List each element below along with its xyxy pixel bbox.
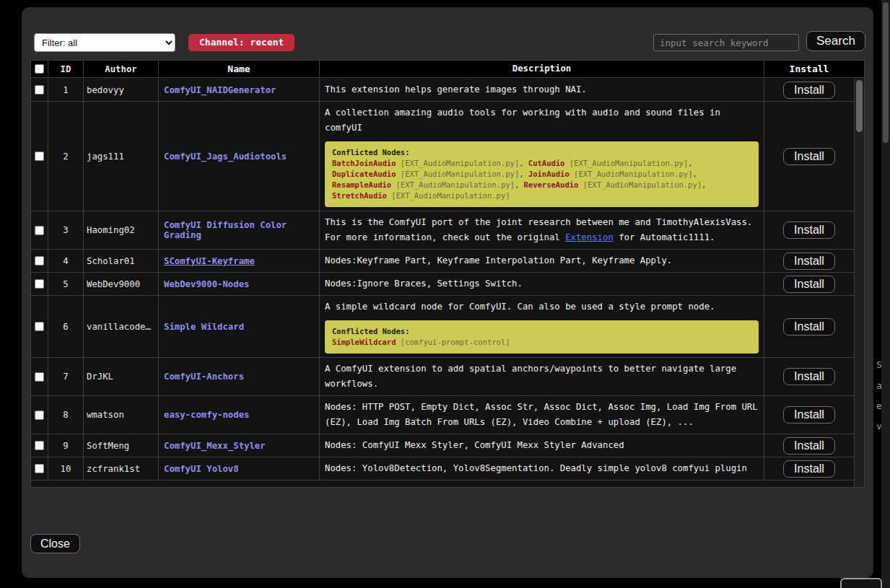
install-button[interactable]: Install bbox=[783, 406, 835, 424]
row-id: 8 bbox=[48, 396, 84, 434]
row-author: bedovyy bbox=[84, 79, 159, 101]
table-body: 1 bedovyy ComfyUI_NAIDGenerator This ext… bbox=[31, 79, 854, 487]
conflicted-nodes-label: Conflicted Nodes: bbox=[332, 327, 409, 335]
row-install-cell: Install bbox=[764, 296, 854, 357]
page-scrollbar-thumb[interactable] bbox=[883, 2, 889, 143]
page-scrollbar[interactable] bbox=[881, 0, 890, 588]
header-checkbox-cell bbox=[31, 61, 48, 77]
row-checkbox[interactable] bbox=[35, 226, 44, 235]
row-name-link[interactable]: Simple Wildcard bbox=[164, 322, 244, 332]
install-button[interactable]: Install bbox=[783, 221, 835, 239]
row-checkbox-cell bbox=[31, 79, 48, 101]
row-description: Nodes: ComfyUI Mexx Styler, ComfyUI Mexx… bbox=[320, 434, 764, 457]
install-button[interactable]: Install bbox=[783, 368, 835, 385]
install-button[interactable]: Install bbox=[783, 276, 835, 293]
install-button[interactable]: Install bbox=[783, 148, 835, 165]
table-scrollbar[interactable] bbox=[854, 79, 864, 487]
close-button[interactable]: Close bbox=[30, 534, 80, 553]
background-button-fragment bbox=[840, 578, 882, 588]
row-checkbox[interactable] bbox=[35, 85, 44, 95]
table-row: 1 bedovyy ComfyUI_NAIDGenerator This ext… bbox=[31, 79, 854, 102]
row-name-link[interactable]: ComfyUI-Anchors bbox=[164, 372, 244, 382]
row-name: ComfyUI_Jags_Audiotools bbox=[159, 102, 320, 211]
row-id: 6 bbox=[48, 296, 84, 357]
row-description-text: Nodes:Keyframe Part, Keyframe Interpolat… bbox=[325, 253, 759, 268]
install-button[interactable]: Install bbox=[783, 437, 835, 455]
row-name-link[interactable]: ComfyUI_Jags_Audiotools bbox=[164, 152, 287, 162]
row-checkbox[interactable] bbox=[35, 256, 44, 266]
row-author: WebDev9000 bbox=[84, 273, 159, 295]
row-description-text: Nodes: Yolov8Detection, Yolov8Segmentati… bbox=[325, 461, 759, 476]
row-author: vanillacode314 bbox=[84, 296, 159, 357]
custom-nodes-table: ID Author Name Description Install 1 bed… bbox=[30, 60, 865, 488]
row-checkbox[interactable] bbox=[35, 152, 44, 161]
row-name: ComfyUI_Mexx_Styler bbox=[159, 434, 320, 457]
comfyui-screen: Filter: all Channel: recent Search ID Au… bbox=[0, 0, 890, 588]
row-install-cell: Install bbox=[764, 273, 854, 295]
install-button[interactable]: Install bbox=[783, 318, 835, 335]
row-id: 5 bbox=[48, 273, 84, 295]
table-row: 7 DrJKL ComfyUI-Anchors A ComfyUI extens… bbox=[31, 358, 854, 396]
row-install-cell: Install bbox=[764, 79, 854, 101]
row-checkbox[interactable] bbox=[35, 441, 44, 450]
row-checkbox-cell bbox=[31, 358, 48, 395]
row-description: Nodes: HTTP POST, Empty Dict, Assoc Str,… bbox=[320, 396, 764, 434]
filter-select[interactable]: Filter: all bbox=[34, 33, 175, 52]
row-name-link[interactable]: ComfyUI_NAIDGenerator bbox=[164, 85, 276, 95]
row-description-text: A collection amazing audio tools for wor… bbox=[325, 105, 759, 136]
row-checkbox[interactable] bbox=[35, 411, 44, 420]
row-author: wmatson bbox=[84, 396, 159, 434]
row-id: 7 bbox=[48, 358, 84, 395]
row-name-link[interactable]: easy-comfy-nodes bbox=[164, 410, 249, 420]
table-row: 2 jags111 ComfyUI_Jags_Audiotools A coll… bbox=[31, 102, 854, 211]
row-checkbox-cell bbox=[31, 457, 48, 480]
row-install-cell: Install bbox=[764, 457, 854, 480]
row-description-text: A simple wildcard node for ComfyUI. Can … bbox=[325, 299, 759, 315]
row-id: 10 bbox=[48, 457, 84, 480]
channel-badge[interactable]: Channel: recent bbox=[188, 34, 295, 51]
table-scrollbar-thumb[interactable] bbox=[856, 80, 863, 132]
row-name-link[interactable]: WebDev9000-Nodes bbox=[164, 279, 249, 289]
row-checkbox[interactable] bbox=[35, 322, 44, 331]
row-checkbox-cell bbox=[31, 102, 48, 211]
table-row: 4 Scholar01 SComfyUI-Keyframe Nodes:Keyf… bbox=[31, 250, 854, 273]
table-row: 8 wmatson easy-comfy-nodes Nodes: HTTP P… bbox=[31, 396, 854, 434]
row-name: ComfyUI Diffusion Color Grading bbox=[159, 211, 320, 249]
row-checkbox[interactable] bbox=[35, 464, 44, 473]
row-checkbox[interactable] bbox=[35, 279, 44, 289]
row-checkbox-cell bbox=[31, 396, 48, 434]
install-button[interactable]: Install bbox=[783, 82, 835, 99]
row-author: Scholar01 bbox=[84, 250, 159, 272]
row-description: This extension helps generate images thr… bbox=[320, 79, 764, 101]
header-install: Install bbox=[764, 61, 854, 77]
search-input[interactable] bbox=[653, 34, 799, 51]
row-description: This is the ComfyUI port of the joint re… bbox=[320, 211, 764, 249]
table-row: 10 zcfrank1st ComfyUI Yolov8 Nodes: Yolo… bbox=[31, 457, 854, 481]
select-all-checkbox[interactable] bbox=[35, 64, 44, 74]
row-checkbox-cell bbox=[31, 434, 48, 457]
row-install-cell: Install bbox=[764, 358, 854, 395]
description-link[interactable]: Extension bbox=[565, 232, 614, 242]
row-name-link[interactable]: SComfyUI-Keyframe bbox=[164, 256, 255, 266]
row-name: easy-comfy-nodes bbox=[159, 396, 320, 434]
row-name: WebDev9000-Nodes bbox=[159, 273, 320, 295]
row-checkbox-cell bbox=[31, 273, 48, 295]
install-button[interactable]: Install bbox=[783, 253, 835, 270]
row-description-text: Nodes: ComfyUI Mexx Styler, ComfyUI Mexx… bbox=[325, 438, 759, 453]
table-row: 5 WebDev9000 WebDev9000-Nodes Nodes:Igno… bbox=[31, 273, 854, 296]
row-install-cell: Install bbox=[764, 250, 854, 272]
header-id: ID bbox=[48, 61, 84, 77]
row-description-text: This is the ComfyUI port of the joint re… bbox=[325, 215, 759, 245]
row-description: Nodes:Keyframe Part, Keyframe Interpolat… bbox=[320, 250, 764, 272]
row-description: Nodes:Ignore Braces, Settings Switch. bbox=[320, 273, 764, 295]
row-checkbox-cell bbox=[31, 211, 48, 249]
conflicted-nodes-label: Conflicted Nodes: bbox=[332, 148, 409, 157]
install-button[interactable]: Install bbox=[783, 460, 835, 478]
row-checkbox[interactable] bbox=[35, 372, 44, 382]
search-button[interactable]: Search bbox=[806, 31, 865, 51]
row-name-link[interactable]: ComfyUI Yolov8 bbox=[164, 464, 239, 474]
row-id: 3 bbox=[48, 211, 84, 249]
row-install-cell: Install bbox=[764, 434, 854, 457]
row-name-link[interactable]: ComfyUI_Mexx_Styler bbox=[164, 441, 266, 451]
row-name-link[interactable]: ComfyUI Diffusion Color Grading bbox=[164, 220, 314, 240]
